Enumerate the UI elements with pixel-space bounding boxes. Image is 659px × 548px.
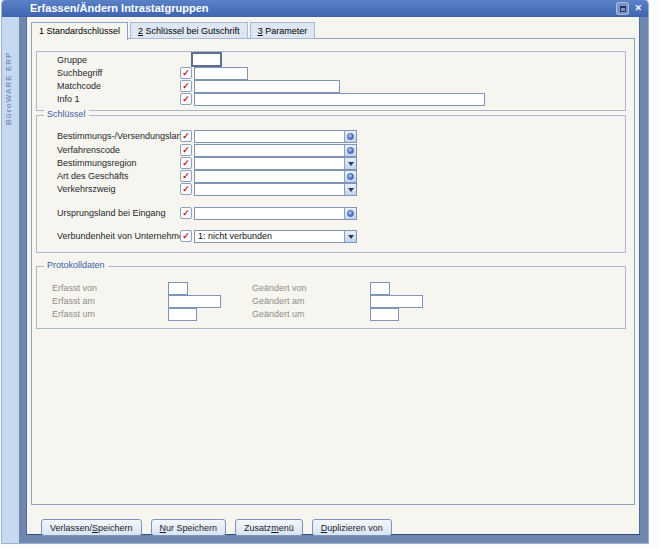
suchbegriff-input[interactable] — [194, 67, 248, 80]
edit-check-icon[interactable]: ✓ — [180, 230, 192, 242]
brand-strip: BüroWARE ERP — [2, 17, 19, 543]
verkehrszweig-label: Verkehrszweig — [57, 183, 116, 196]
verbundenheit-combo[interactable]: 1: nicht verbunden — [194, 230, 357, 243]
tab-standardschluessel[interactable]: 1 Standardschlüssel — [31, 22, 128, 40]
erfasst-am-label: Erfasst am — [52, 295, 95, 308]
edit-check-icon[interactable]: ✓ — [180, 183, 192, 195]
protokoll-group-title: Protokolldaten — [44, 260, 108, 271]
restore-icon[interactable] — [616, 2, 629, 15]
geaendert-von-input[interactable] — [370, 282, 390, 295]
matchcode-label: Matchcode — [57, 80, 101, 93]
art-des-geschaefts-label: Art des Geschäfts — [57, 170, 129, 183]
button-row: Verlassen/Speichern Nur Speichern Zusatz… — [41, 519, 392, 536]
dropdown-arrow-icon[interactable] — [344, 231, 356, 242]
matchcode-input[interactable] — [194, 80, 340, 93]
erfasst-um-label: Erfasst um — [52, 308, 95, 321]
verfahrenscode-label: Verfahrenscode — [57, 144, 120, 157]
tab-page: Gruppe Suchbegriff ✓ Matchcode ✓ Info 1 … — [31, 38, 635, 505]
nur-speichern-button[interactable]: Nur Speichern — [151, 519, 227, 536]
art-des-geschaefts-combo[interactable] — [194, 170, 357, 183]
gruppe-label: Gruppe — [57, 54, 87, 67]
bestimmungsland-combo[interactable] — [194, 130, 357, 143]
bestimmungsregion-label: Bestimmungsregion — [57, 157, 137, 170]
edit-check-icon[interactable]: ✓ — [180, 170, 192, 182]
edit-check-icon[interactable]: ✓ — [180, 144, 192, 156]
dropdown-arrow-icon[interactable] — [344, 158, 356, 169]
geaendert-am-label: Geändert am — [252, 295, 305, 308]
window-frame: BüroWARE ERP 1 Standardschlüssel 2 Schlü… — [2, 17, 648, 543]
zusatzmenue-button[interactable]: Zusatzmenü — [235, 519, 303, 536]
gruppe-input[interactable] — [192, 53, 221, 66]
bestimmungsregion-combo[interactable] — [194, 157, 357, 170]
title-bar: Erfassen/Ändern Intrastatgruppen ✕ — [2, 0, 648, 17]
edit-check-icon[interactable]: ✓ — [180, 207, 192, 219]
info1-label: Info 1 — [57, 93, 80, 106]
erfasst-von-label: Erfasst von — [52, 282, 97, 295]
verfahrenscode-combo[interactable] — [194, 144, 357, 157]
app-window: Erfassen/Ändern Intrastatgruppen ✕ BüroW… — [2, 0, 648, 543]
ursprungsland-combo[interactable] — [194, 207, 357, 220]
suchbegriff-label: Suchbegriff — [57, 67, 102, 80]
edit-check-icon[interactable]: ✓ — [180, 67, 192, 79]
ursprungsland-label: Ursprungsland bei Eingang — [57, 207, 166, 220]
schluessel-group-title: Schlüssel — [44, 109, 89, 120]
geaendert-am-input[interactable] — [370, 295, 423, 308]
erfasst-am-input[interactable] — [168, 295, 221, 308]
content-area: 1 Standardschlüssel 2 Schlüssel bei Guts… — [26, 17, 640, 535]
verbundenheit-label: Verbundenheit von Unternehmen — [57, 230, 189, 243]
geaendert-um-input[interactable] — [370, 308, 399, 321]
tab-parameter[interactable]: 3 Parameter — [250, 22, 316, 39]
geaendert-um-label: Geändert um — [252, 308, 305, 321]
window-title: Erfassen/Ändern Intrastatgruppen — [30, 2, 208, 14]
verlassen-speichern-button[interactable]: Verlassen/Speichern — [41, 519, 142, 536]
edit-check-icon[interactable]: ✓ — [180, 130, 192, 142]
info1-input[interactable] — [194, 93, 485, 106]
edit-check-icon[interactable]: ✓ — [180, 80, 192, 92]
verkehrszweig-combo[interactable] — [194, 183, 357, 196]
edit-check-icon[interactable]: ✓ — [180, 157, 192, 169]
bestimmungsland-label: Bestimmungs-/Versendungsland — [57, 130, 187, 143]
tab-bar: 1 Standardschlüssel 2 Schlüssel bei Guts… — [31, 22, 315, 39]
lookup-icon[interactable] — [344, 208, 356, 219]
erfasst-von-input[interactable] — [168, 282, 188, 295]
lookup-icon[interactable] — [344, 145, 356, 156]
close-icon[interactable]: ✕ — [634, 2, 642, 15]
erfasst-um-input[interactable] — [168, 308, 197, 321]
lookup-icon[interactable] — [344, 171, 356, 182]
protokoll-groupbox — [36, 266, 626, 329]
edit-check-icon[interactable]: ✓ — [180, 93, 192, 105]
brand-text: BüroWARE ERP — [4, 25, 13, 125]
duplizieren-von-button[interactable]: Duplizieren von — [312, 519, 392, 536]
tab-schluessel-bei-gutschrift[interactable]: 2 Schlüssel bei Gutschrift — [130, 22, 248, 39]
lookup-icon[interactable] — [344, 131, 356, 142]
geaendert-von-label: Geändert von — [252, 282, 307, 295]
dropdown-arrow-icon[interactable] — [344, 184, 356, 195]
